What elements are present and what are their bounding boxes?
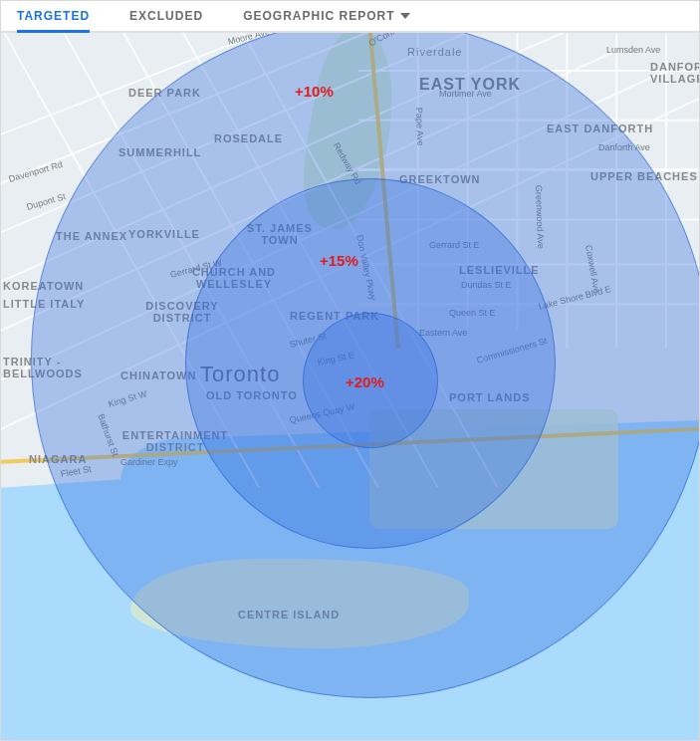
bid-outer: +10% — [295, 83, 334, 100]
map-canvas[interactable]: Toronto EAST YORK DEER PARK ROSEDALE SUM… — [1, 31, 699, 740]
tab-targeted[interactable]: TARGETED — [17, 1, 90, 31]
chevron-down-icon — [400, 13, 410, 19]
bid-mid: +15% — [320, 252, 358, 269]
road-lumsden: Lumsden Ave — [606, 45, 660, 55]
tab-bar: TARGETED EXCLUDED GEOGRAPHIC REPORT — [1, 1, 699, 33]
tab-geographic-report[interactable]: GEOGRAPHIC REPORT — [243, 1, 410, 31]
tab-label: GEOGRAPHIC REPORT — [243, 9, 394, 23]
tab-label: TARGETED — [17, 9, 90, 23]
tab-label: EXCLUDED — [129, 9, 203, 23]
place-danforth-village: DANFORTH VILLAGE — [650, 61, 699, 85]
bid-inner: +20% — [346, 373, 384, 390]
tab-excluded[interactable]: EXCLUDED — [129, 1, 203, 31]
